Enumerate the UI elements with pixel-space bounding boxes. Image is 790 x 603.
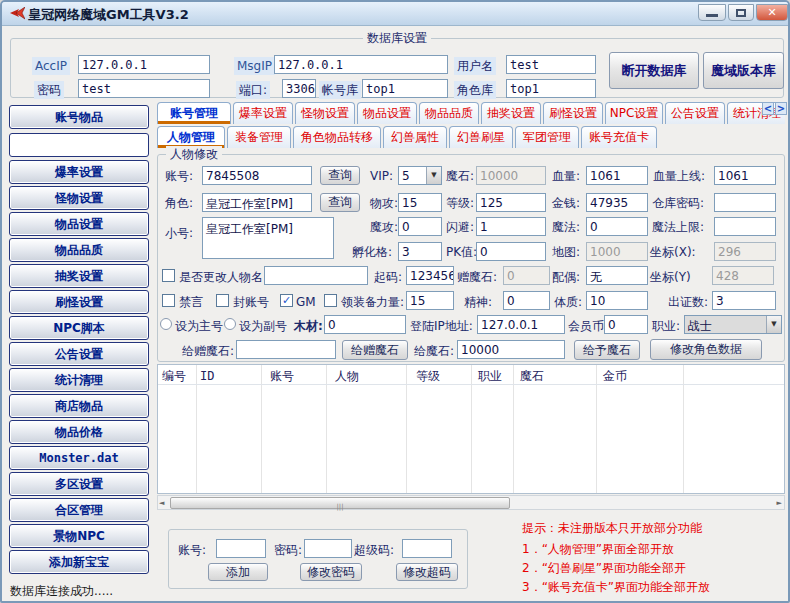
sidebar-item-announcement[interactable]: 公告设置: [9, 342, 149, 366]
sidebar-item-drop-rate[interactable]: 爆率设置: [9, 160, 149, 184]
patk-field[interactable]: 15: [398, 193, 442, 212]
sidebar-item-spawn[interactable]: 刷怪设置: [9, 290, 149, 314]
sidebar-item-monster-dat[interactable]: Monster.dat: [9, 446, 149, 470]
tab-item-settings[interactable]: 物品设置: [357, 102, 417, 124]
main-account-radio[interactable]: [160, 318, 172, 330]
tab-legion[interactable]: 军团管理: [515, 126, 579, 148]
dodge-field[interactable]: 1: [476, 217, 546, 236]
col-header-character[interactable]: 人物: [335, 369, 359, 383]
sidebar-item-shop-items[interactable]: 商店物品: [9, 394, 149, 418]
gm-checkbox[interactable]: ✓: [280, 294, 293, 307]
magic-field[interactable]: 0: [586, 217, 648, 236]
account-field[interactable]: 7845508: [202, 166, 312, 185]
sidebar-item-multi-zone[interactable]: 多区设置: [9, 472, 149, 496]
sidebar-item-item-price[interactable]: 物品价格: [9, 420, 149, 444]
scroll-right-icon[interactable]: ►: [777, 497, 782, 509]
sidebar-item-lottery[interactable]: 抽奖设置: [9, 264, 149, 288]
tab-npc[interactable]: NPC设置: [605, 102, 663, 124]
super-code-field[interactable]: [402, 539, 452, 558]
scroll-thumb[interactable]: |||: [170, 497, 510, 509]
give-zeng-button[interactable]: 给赠魔石: [342, 340, 408, 360]
equip-checkbox[interactable]: [324, 294, 337, 307]
give-moshi-button[interactable]: 给予魔石: [574, 340, 640, 360]
storage-pwd-field[interactable]: [714, 193, 776, 212]
sidebar-item-item-quality[interactable]: 物品品质: [9, 238, 149, 262]
mute-checkbox[interactable]: [162, 294, 175, 307]
port-field[interactable]: 3306: [282, 79, 316, 98]
new-password-field[interactable]: [304, 539, 352, 558]
rename-input[interactable]: [264, 266, 368, 285]
rename-checkbox[interactable]: [162, 269, 175, 282]
wood-field[interactable]: 0: [324, 315, 406, 334]
query-account-button[interactable]: 查询: [320, 166, 360, 185]
query-role-button[interactable]: 查询: [320, 193, 360, 212]
col-header-gold[interactable]: 金币: [603, 369, 627, 383]
col-header-level[interactable]: 等级: [416, 369, 440, 383]
account-db-field[interactable]: top1: [362, 79, 448, 98]
col-header-moshi[interactable]: 魔石: [520, 369, 544, 383]
vip-select[interactable]: 5▼: [398, 166, 442, 185]
new-account-field[interactable]: [216, 539, 266, 558]
tab-monster[interactable]: 怪物设置: [295, 102, 355, 124]
h-scrollbar[interactable]: ◄ ||| ►: [157, 495, 785, 510]
tab-equipment[interactable]: 装备管理: [227, 126, 291, 148]
spirit-field[interactable]: 0: [503, 291, 550, 310]
moyu-version-button[interactable]: 魔域版本库: [703, 52, 784, 89]
maximize-button[interactable]: [728, 4, 754, 21]
tab-pet-star[interactable]: 幻兽刷星: [449, 126, 513, 148]
role-db-field[interactable]: top1: [506, 79, 596, 98]
spouse-field[interactable]: 无: [586, 266, 648, 285]
sub-account-radio[interactable]: [224, 318, 236, 330]
level-field[interactable]: 125: [476, 193, 546, 212]
minimize-button[interactable]: [698, 4, 726, 21]
tab-account-management[interactable]: 账号管理: [157, 102, 231, 124]
tab-scroll-right-icon[interactable]: >: [775, 102, 787, 115]
money-field[interactable]: 47935: [586, 193, 648, 212]
username-field[interactable]: test: [506, 55, 596, 74]
col-header-no[interactable]: 编号: [162, 369, 186, 383]
job-select[interactable]: 战士▼: [684, 315, 782, 334]
add-button[interactable]: 添加: [208, 563, 268, 581]
tab-pet-attributes[interactable]: 幻兽属性: [383, 126, 447, 148]
sidebar-item-item-settings[interactable]: 物品设置: [9, 212, 149, 236]
hp-field[interactable]: 1061: [586, 166, 648, 185]
msgip-field[interactable]: 127.0.0.1: [274, 55, 448, 74]
sidebar-item-monster[interactable]: 怪物设置: [9, 186, 149, 210]
close-button[interactable]: ✕: [756, 4, 788, 21]
col-header-job[interactable]: 职业: [478, 369, 502, 383]
hatch-field[interactable]: 3: [398, 242, 442, 261]
scroll-left-icon[interactable]: ◄: [159, 497, 164, 509]
tab-drop-rate[interactable]: 爆率设置: [233, 102, 293, 124]
tab-character-management[interactable]: 人物管理: [157, 126, 225, 148]
col-header-account[interactable]: 账号: [270, 369, 294, 383]
tab-item-quality[interactable]: 物品品质: [419, 102, 479, 124]
qima-field[interactable]: 123456: [406, 266, 454, 285]
sidebar-item-stats-clean[interactable]: 统计清理: [9, 368, 149, 392]
modify-role-button[interactable]: 修改角色数据: [650, 339, 762, 360]
give-moshi-field[interactable]: 10000: [457, 340, 565, 359]
disconnect-db-button[interactable]: 断开数据库: [609, 52, 699, 89]
pk-field[interactable]: 0: [476, 242, 546, 261]
tab-recharge-card[interactable]: 账号充值卡: [581, 126, 657, 148]
magic-max-field[interactable]: [714, 217, 776, 236]
role-field[interactable]: 皇冠工作室[PM]: [202, 193, 312, 212]
tab-lottery[interactable]: 抽奖设置: [481, 102, 541, 124]
constitution-field[interactable]: 10: [586, 291, 648, 310]
alt-listbox[interactable]: 皇冠工作室[PM]: [202, 217, 334, 259]
member-coin-field[interactable]: 0: [604, 315, 648, 334]
accip-field[interactable]: 127.0.0.1: [78, 55, 210, 74]
sidebar-item-npc-script[interactable]: NPC脚本: [9, 316, 149, 340]
tab-spawn[interactable]: 刷怪设置: [543, 102, 603, 124]
sidebar-item-add-pet[interactable]: 添加新宝宝: [9, 550, 149, 574]
sidebar-item-zone-merge[interactable]: 合区管理: [9, 498, 149, 522]
hp-max-field[interactable]: 1061: [714, 166, 776, 185]
tab-item-transfer[interactable]: 角色物品转移: [293, 126, 381, 148]
tab-announcement[interactable]: 公告设置: [665, 102, 725, 124]
login-ip-field[interactable]: 127.0.0.1: [477, 315, 565, 334]
ban-checkbox[interactable]: [216, 294, 229, 307]
cert-count-field[interactable]: 3: [712, 291, 776, 310]
col-header-id[interactable]: ID: [200, 369, 214, 383]
edit-super-code-button[interactable]: 修改超码: [396, 563, 458, 581]
vip-dropdown-icon[interactable]: ▼: [426, 167, 441, 184]
give-zeng-field[interactable]: [236, 340, 336, 359]
